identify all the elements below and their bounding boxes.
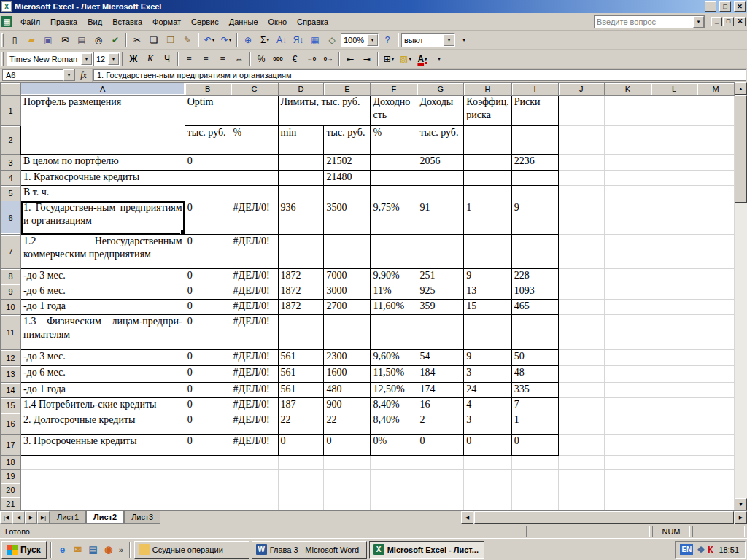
print-icon[interactable]: ▤ [74, 32, 90, 48]
cell-C20[interactable] [231, 483, 278, 497]
cell-K19[interactable] [605, 470, 651, 483]
cell-B6[interactable]: 0 [185, 201, 231, 235]
cell-D9[interactable]: 1872 [278, 284, 324, 300]
cell-L2[interactable] [651, 126, 697, 155]
select-all-corner[interactable] [1, 83, 21, 96]
row-header-19[interactable]: 19 [1, 470, 21, 483]
cell-J14[interactable] [558, 383, 605, 398]
cell-E13[interactable]: 1600 [324, 366, 371, 383]
font-size-combo[interactable]: 12▾ [93, 52, 120, 66]
cell-A6[interactable]: 1. Государствен-ным предприятиям и орган… [20, 201, 185, 235]
cell-A12[interactable]: -до 3 мес. [20, 350, 185, 366]
cell-G13[interactable]: 184 [417, 366, 464, 383]
cell-M5[interactable] [697, 186, 735, 201]
cell-J17[interactable] [558, 435, 605, 456]
dropdown-arrow-icon[interactable]: ▾ [212, 37, 215, 43]
cell-L8[interactable] [651, 269, 697, 284]
cell-I9[interactable]: 1093 [511, 284, 558, 300]
dropdown-arrow-icon[interactable]: ▾ [81, 53, 92, 65]
cell-E3[interactable]: 21502 [324, 155, 371, 171]
spelling-icon[interactable]: ✔ [107, 32, 123, 48]
cell-L18[interactable] [651, 456, 697, 470]
new-document-icon[interactable]: ▯ [7, 32, 23, 48]
cell-F7[interactable] [371, 235, 417, 269]
align-right-icon[interactable]: ≡ [214, 51, 231, 67]
row-header-4[interactable]: 4 [1, 171, 21, 186]
euro-icon[interactable]: € [287, 51, 303, 67]
cell-J3[interactable] [558, 155, 605, 171]
cell-M19[interactable] [697, 470, 735, 483]
cell-L12[interactable] [651, 350, 697, 366]
cell-D13[interactable]: 561 [278, 366, 324, 383]
cell-C19[interactable] [231, 470, 278, 483]
cell-J11[interactable] [558, 315, 605, 350]
cell-M18[interactable] [697, 456, 735, 470]
row-header-6[interactable]: 6 [1, 201, 21, 235]
row-header-20[interactable]: 20 [1, 483, 21, 497]
formula-input[interactable]: 1. Государствен-ным предприятиям и орган… [93, 69, 746, 81]
cell-K9[interactable] [605, 284, 651, 300]
cell-B5[interactable] [185, 186, 231, 201]
cell-D18[interactable] [278, 456, 324, 470]
cell-I4[interactable] [511, 171, 558, 186]
quick-launch-overflow-icon[interactable]: » [117, 545, 125, 554]
undo-icon[interactable]: ↶▾ [201, 32, 217, 48]
cell-E14[interactable]: 480 [324, 383, 371, 398]
cell-J10[interactable] [558, 300, 605, 315]
cell-F21[interactable] [371, 497, 417, 511]
taskbar-button-folder[interactable]: Ссудные операции [134, 541, 249, 559]
cell-G8[interactable]: 251 [417, 269, 464, 284]
cell-K11[interactable] [605, 315, 651, 350]
cell-J7[interactable] [558, 235, 605, 269]
cell-G2[interactable]: тыс. руб. [417, 126, 464, 155]
cell-H18[interactable] [464, 456, 511, 470]
cell-F11[interactable] [371, 315, 417, 350]
cell-L13[interactable] [651, 366, 697, 383]
cell-H2[interactable] [464, 126, 511, 155]
cell-C7[interactable]: #ДЕЛ/0! [231, 235, 278, 269]
cell-E2[interactable]: тыс. руб. [324, 126, 371, 155]
cell-H3[interactable] [464, 155, 511, 171]
cell-B17[interactable]: 0 [185, 435, 231, 456]
row-header-12[interactable]: 12 [1, 350, 21, 366]
cell-B15[interactable]: 0 [185, 398, 231, 413]
cell-L7[interactable] [651, 235, 697, 269]
column-header-k[interactable]: K [605, 83, 651, 96]
cell-I5[interactable] [511, 186, 558, 201]
cell-F3[interactable] [371, 155, 417, 171]
cell-F15[interactable]: 8,40% [371, 398, 417, 413]
cell-I12[interactable]: 50 [511, 350, 558, 366]
next-sheet-button[interactable]: ▶ [25, 511, 37, 524]
row-header-8[interactable]: 8 [1, 269, 21, 284]
sort-descending-icon[interactable]: Я↓ [290, 32, 306, 48]
cell-G10[interactable]: 359 [417, 300, 464, 315]
cell-B8[interactable]: 0 [185, 269, 231, 284]
font-name-combo[interactable]: Times New Roman▾ [7, 52, 93, 66]
align-center-icon[interactable]: ≡ [198, 51, 214, 67]
zoom-combo[interactable]: 100%▾ [341, 33, 379, 47]
cell-B4[interactable] [185, 171, 231, 186]
print-preview-icon[interactable]: ◎ [90, 32, 107, 48]
workbook-minimize-button[interactable]: _ [711, 17, 722, 26]
cell-D6[interactable]: 936 [278, 201, 324, 235]
cell-G12[interactable]: 54 [417, 350, 464, 366]
cell-M20[interactable] [697, 483, 735, 497]
cell-J20[interactable] [558, 483, 605, 497]
tab-sheet2[interactable]: Лист2 [86, 511, 124, 524]
cell-A14[interactable]: -до 1 года [20, 383, 185, 398]
autosum-icon[interactable]: Σ▾ [257, 32, 273, 48]
cell-G20[interactable] [417, 483, 464, 497]
taskbar-button-excel[interactable]: XMicrosoft Excel - Лист... [369, 541, 484, 559]
cell-M4[interactable] [697, 171, 735, 186]
cell-B12[interactable]: 0 [185, 350, 231, 366]
cell-D2[interactable]: min [278, 126, 324, 155]
insert-function-button[interactable]: fx [75, 69, 93, 82]
first-sheet-button[interactable]: |◀ [0, 511, 12, 524]
cell-L16[interactable] [651, 413, 697, 435]
cell-G3[interactable]: 2056 [417, 155, 464, 171]
cell-F9[interactable]: 11% [371, 284, 417, 300]
merge-center-icon[interactable]: ⇔ [231, 51, 247, 67]
cell-K13[interactable] [605, 366, 651, 383]
cell-A11[interactable]: 1.3 Физическим лицам-предпри-нимателям [20, 315, 185, 350]
cell-D17[interactable]: 0 [278, 435, 324, 456]
